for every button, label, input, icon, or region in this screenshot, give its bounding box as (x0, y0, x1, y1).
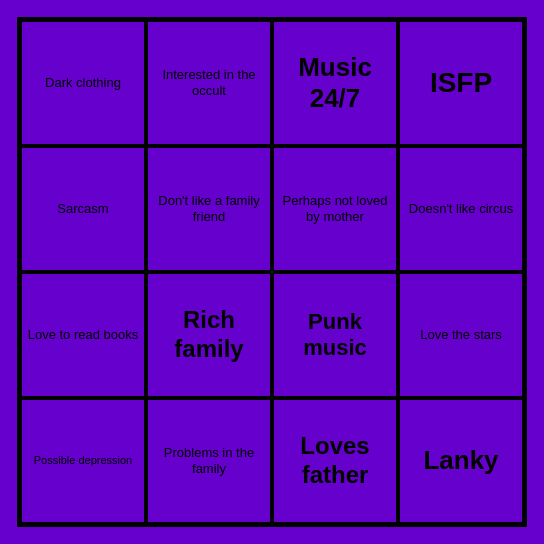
cell-r0c1: Interested in the occult (146, 20, 272, 146)
cell-r2c1: Rich family (146, 272, 272, 398)
cell-r0c2: Music 24/7 (272, 20, 398, 146)
cell-r1c1: Don't like a family friend (146, 146, 272, 272)
cell-r2c3: Love the stars (398, 272, 524, 398)
cell-r0c0: Dark clothing (20, 20, 146, 146)
cell-r2c0: Love to read books (20, 272, 146, 398)
cell-r3c2: Loves father (272, 398, 398, 524)
bingo-board: Dark clothingInterested in the occultMus… (17, 17, 527, 527)
cell-r1c2: Perhaps not loved by mother (272, 146, 398, 272)
cell-r3c1: Problems in the family (146, 398, 272, 524)
cell-r0c3: ISFP (398, 20, 524, 146)
cell-r3c0: Possible depression (20, 398, 146, 524)
cell-r1c0: Sarcasm (20, 146, 146, 272)
cell-r2c2: Punk music (272, 272, 398, 398)
cell-r1c3: Doesn't like circus (398, 146, 524, 272)
cell-r3c3: Lanky (398, 398, 524, 524)
